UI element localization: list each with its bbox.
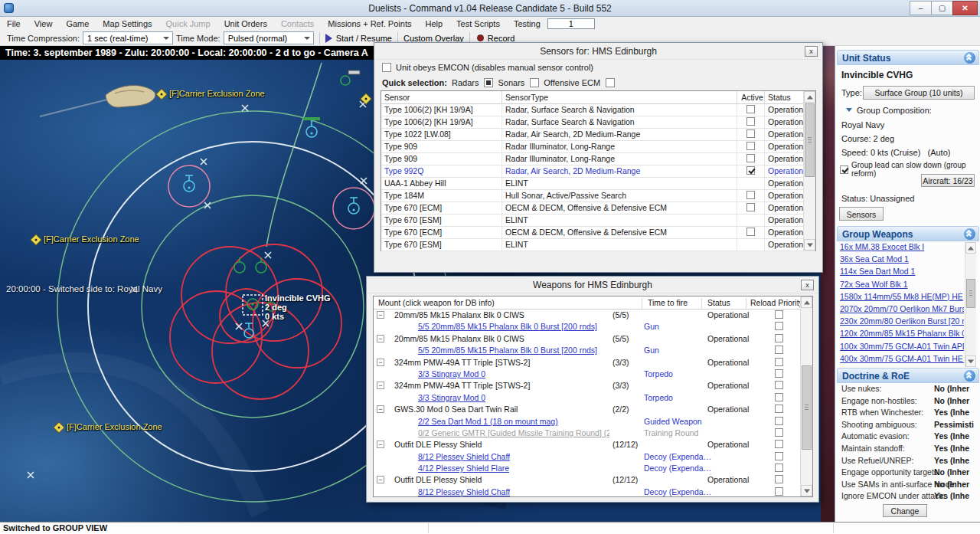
time-compression-select[interactable]: 1 sec (real-time) xyxy=(83,31,173,44)
reload-priority-checkbox[interactable] xyxy=(775,475,783,483)
menu-item-file[interactable]: File xyxy=(0,17,28,31)
record-button[interactable]: Record xyxy=(475,34,514,43)
time-mode-select[interactable]: Pulsed (normal) xyxy=(224,31,314,44)
scroll-down-icon[interactable] xyxy=(801,485,812,496)
reload-priority-checkbox[interactable] xyxy=(775,464,783,472)
sensor-row[interactable]: Type 670 [ESM]ELINTOperational xyxy=(381,239,815,251)
collapse-icon[interactable]: − xyxy=(377,335,384,342)
reload-priority-checkbox[interactable] xyxy=(775,487,783,496)
sensor-row[interactable]: Type 670 [ECM]OECM & DECM, Offensive & D… xyxy=(381,202,815,215)
sensor-active-checkbox[interactable] xyxy=(746,142,755,150)
weapon-row[interactable]: 5/5 20mm/85 Mk15 Phalanx Blk 0 Burst [20… xyxy=(374,321,812,333)
sensors-table-header[interactable]: Sensor SensorType Active Status xyxy=(381,91,815,104)
weapon-link[interactable]: 0/2 Generic GMTR [Guided Missile Trainin… xyxy=(418,428,609,437)
sensor-row[interactable]: Type 184MHull Sonar, Active/Passive Sear… xyxy=(381,190,815,202)
sensor-active-checkbox[interactable] xyxy=(746,191,755,199)
weapon-row[interactable]: 8/12 Plessey Shield ChaffDecoy (Expenda… xyxy=(374,486,812,497)
menu-item-map-settings[interactable]: Map Settings xyxy=(96,17,158,31)
sensor-row[interactable]: Type 909Radar Illuminator, Long-RangeOpe… xyxy=(381,141,815,153)
weapon-row[interactable]: 5/5 20mm/85 Mk15 Phalanx Blk 0 Burst [20… xyxy=(374,345,812,356)
menu-item-help[interactable]: Help xyxy=(418,17,449,31)
sensor-active-checkbox[interactable] xyxy=(746,105,755,113)
close-button[interactable]: ✕ xyxy=(952,1,978,15)
group-weapons-scrollbar[interactable] xyxy=(965,242,976,367)
minimize-button[interactable]: – xyxy=(910,1,932,15)
reload-priority-checkbox[interactable] xyxy=(775,381,783,389)
reload-priority-checkbox[interactable] xyxy=(775,393,783,401)
sensor-row[interactable]: Type 670 [ECM]OECM & DECM, Offensive & D… xyxy=(381,227,815,239)
collapse-icon[interactable]: − xyxy=(377,359,384,366)
emcon-checkbox[interactable] xyxy=(382,63,391,72)
collapse-chevron-icon[interactable] xyxy=(964,370,975,382)
sensor-active-checkbox[interactable] xyxy=(746,154,755,162)
menu-item-game[interactable]: Game xyxy=(59,17,96,31)
sensor-row[interactable]: Type 909Radar Illuminator, Long-RangeOpe… xyxy=(381,153,815,165)
weapon-row[interactable]: −20mm/85 Mk15 Phalanx Blk 0 CIWS(5/5)Ope… xyxy=(374,333,812,345)
group-composition-label[interactable]: Group Composition: xyxy=(857,106,932,115)
weapon-row[interactable]: 8/12 Plessey Shield ChaffDecoy (Expenda… xyxy=(374,451,812,463)
aircraft-button[interactable]: Aircraft: 16/23 xyxy=(921,174,975,187)
sensor-active-checkbox[interactable] xyxy=(746,117,755,126)
weapon-link[interactable]: 8/12 Plessey Shield Chaff xyxy=(418,452,510,461)
reload-priority-checkbox[interactable] xyxy=(775,358,783,366)
start-resume-button[interactable]: Start / Resume xyxy=(325,34,392,43)
reload-priority-checkbox[interactable] xyxy=(775,334,783,342)
scroll-up-icon[interactable] xyxy=(965,242,976,254)
weapon-row[interactable]: −Outfit DLE Plessy Shield(12/12)Operatio… xyxy=(374,474,812,486)
weapon-link[interactable]: 3/3 Stingray Mod 0 xyxy=(418,393,485,402)
sensors-button[interactable]: Sensors xyxy=(839,207,884,221)
weapon-link[interactable]: 2/2 Sea Dart Mod 1 (18 on mount mag) xyxy=(418,417,558,426)
sensor-active-checkbox[interactable] xyxy=(746,203,755,211)
scrollbar-thumb[interactable] xyxy=(966,279,975,308)
reload-priority-checkbox[interactable] xyxy=(775,322,783,330)
group-weapon-link[interactable]: 100x 30mm/75 GCM-A01 Twin APDS Bur... xyxy=(838,342,964,354)
custom-overlay-button[interactable]: Custom Overlay xyxy=(403,34,464,43)
collapse-icon[interactable]: − xyxy=(377,311,384,319)
sensor-row[interactable]: Type 992QRadar, Air Search, 2D Medium-Ra… xyxy=(381,165,815,178)
reload-priority-checkbox[interactable] xyxy=(775,440,783,448)
chevron-down-icon[interactable] xyxy=(846,108,852,115)
close-icon[interactable]: x xyxy=(801,280,814,290)
weapon-link[interactable]: 4/12 Plessey Shield Flare xyxy=(418,464,509,473)
scroll-up-icon[interactable] xyxy=(801,296,812,308)
collapse-chevron-icon[interactable] xyxy=(964,228,975,240)
unit-status-header[interactable]: Unit Status xyxy=(837,50,979,65)
menu-item-missions-ref-points[interactable]: Missions + Ref. Points xyxy=(321,17,418,31)
weapon-link[interactable]: 3/3 Stingray Mod 0 xyxy=(418,369,485,378)
sensor-active-checkbox[interactable] xyxy=(746,166,755,175)
weapons-table-header[interactable]: Mount (click weapon for DB info) Time to… xyxy=(374,296,812,310)
scroll-up-icon[interactable] xyxy=(804,91,815,103)
menu-item-contacts[interactable]: Contacts xyxy=(274,17,321,31)
collapse-icon[interactable]: − xyxy=(377,476,384,483)
reload-priority-checkbox[interactable] xyxy=(775,417,783,425)
sensor-active-checkbox[interactable] xyxy=(746,129,755,138)
quick-offensive-ecm-checkbox[interactable] xyxy=(606,78,615,87)
close-icon[interactable]: x xyxy=(805,46,818,57)
maximize-button[interactable]: ▢ xyxy=(931,1,953,15)
weapon-link[interactable]: 5/5 20mm/85 Mk15 Phalanx Blk 0 Burst [20… xyxy=(418,346,597,355)
menu-item-unit-orders[interactable]: Unit Orders xyxy=(217,17,274,31)
menu-item-testing[interactable]: Testing xyxy=(507,17,547,31)
weapon-row[interactable]: 4/12 Plessey Shield FlareDecoy (Expenda… xyxy=(374,463,812,474)
group-weapon-link[interactable]: 114x Sea Dart Mod 1 xyxy=(838,267,964,279)
reload-priority-checkbox[interactable] xyxy=(775,310,783,319)
weapon-row[interactable]: 2/2 Sea Dart Mod 1 (18 on mount mag)Guid… xyxy=(374,416,812,428)
group-weapon-link[interactable]: 16x MM.38 Exocet Blk I xyxy=(838,242,964,254)
sensor-row[interactable]: UAA-1 Abbey HillELINTOperational xyxy=(381,178,815,190)
sensors-scrollbar[interactable] xyxy=(803,91,815,251)
sensor-active-checkbox[interactable] xyxy=(746,228,755,236)
weapon-row[interactable]: 0/2 Generic GMTR [Guided Missile Trainin… xyxy=(374,428,812,439)
group-weapon-link[interactable]: 120x 20mm/85 Mk15 Phalanx Blk 0 Burst... xyxy=(838,329,964,341)
group-weapon-link[interactable]: 230x 20mm/80 Oerlikon Burst [20 rnds] xyxy=(838,316,964,329)
sensor-row[interactable]: Type 1006(2) [KH 19/9A]Radar, Surface Se… xyxy=(381,104,815,116)
change-button[interactable]: Change xyxy=(883,504,927,517)
reload-priority-checkbox[interactable] xyxy=(775,369,783,378)
reload-priority-checkbox[interactable] xyxy=(775,405,783,413)
type-button[interactable]: Surface Group (10 units) xyxy=(863,86,975,100)
sensor-row[interactable]: Type 1022 [LW.08]Radar, Air Search, 2D M… xyxy=(381,129,815,141)
collapse-icon[interactable]: − xyxy=(377,441,384,448)
collapse-chevron-icon[interactable] xyxy=(964,52,975,64)
reload-priority-checkbox[interactable] xyxy=(775,428,783,437)
group-weapons-header[interactable]: Group Weapons xyxy=(837,226,979,241)
weapon-row[interactable]: 3/3 Stingray Mod 0Torpedo xyxy=(374,392,812,404)
